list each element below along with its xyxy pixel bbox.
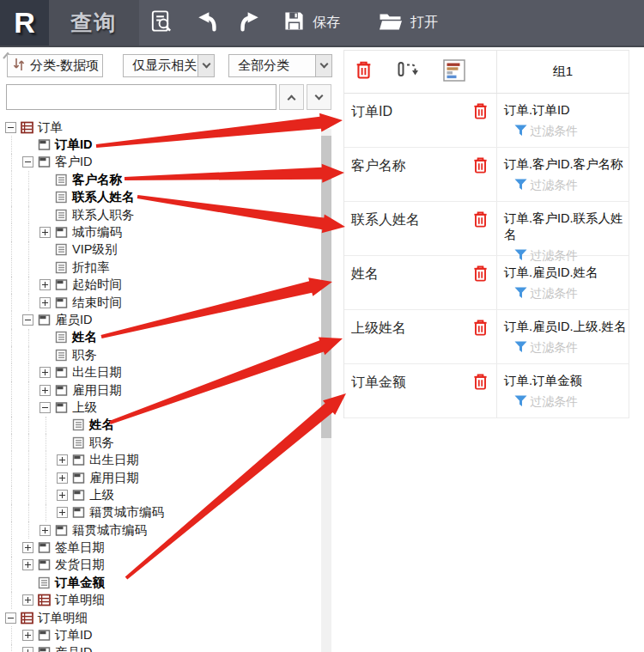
tree-expander[interactable] xyxy=(22,647,33,652)
delete-all-trash-icon[interactable] xyxy=(355,60,373,83)
tree-expander[interactable] xyxy=(57,454,68,466)
group-column-header[interactable]: 组1 xyxy=(496,51,629,93)
tree-item[interactable]: 订单明细 xyxy=(0,609,319,626)
tree-expander[interactable] xyxy=(39,297,51,308)
tree-item[interactable]: 职务 xyxy=(0,346,319,363)
tree-item[interactable]: 联系人姓名 xyxy=(0,189,319,206)
tree-item[interactable]: 出生日期 xyxy=(0,451,319,468)
tree-expander[interactable] xyxy=(22,559,33,570)
tree-item[interactable]: 订单ID xyxy=(0,136,319,153)
tree-item-label: 上级 xyxy=(72,399,97,416)
trash-icon[interactable] xyxy=(472,265,489,286)
tree-item[interactable]: 订单ID xyxy=(0,626,319,643)
tree-item[interactable]: 起始时间 xyxy=(0,277,319,294)
tree-item-label: 产品ID xyxy=(55,644,93,652)
tree-expander[interactable] xyxy=(39,367,51,378)
tree-expander[interactable] xyxy=(22,630,33,641)
trash-icon[interactable] xyxy=(472,373,489,394)
tree-item[interactable]: 雇用日期 xyxy=(0,381,319,399)
search-input[interactable] xyxy=(6,84,276,110)
tree-item[interactable]: 雇用日期 xyxy=(0,469,319,486)
relevance-dropdown[interactable]: 仅显示相关 xyxy=(123,54,215,77)
window-icon xyxy=(72,489,85,502)
tree-item[interactable]: 客户名称 xyxy=(0,171,319,188)
window-icon xyxy=(38,646,51,652)
scrollbar-thumb[interactable] xyxy=(321,136,331,438)
search-prev-button[interactable] xyxy=(279,84,304,110)
scrollbar-up-icon[interactable]: ▲ xyxy=(323,121,331,130)
tree-item[interactable]: 职务 xyxy=(0,434,319,451)
tree-item[interactable]: 籍贯城市编码 xyxy=(0,521,319,539)
tree-item[interactable]: 籍贯城市编码 xyxy=(0,504,319,521)
tree-expander[interactable] xyxy=(22,156,33,168)
vertical-scrollbar[interactable]: ▲ xyxy=(321,129,331,652)
chevron-down-icon[interactable] xyxy=(315,55,331,76)
tree-item[interactable]: 折扣率 xyxy=(0,259,319,276)
tree-expander[interactable] xyxy=(22,314,33,326)
tree-expander[interactable] xyxy=(39,227,51,238)
tree-expander[interactable] xyxy=(22,542,33,553)
tree-item[interactable]: 雇员ID xyxy=(0,311,319,328)
search-next-button[interactable] xyxy=(307,84,331,110)
filter-condition-link[interactable]: 过滤条件 xyxy=(514,178,627,193)
tree-expander[interactable] xyxy=(5,612,16,624)
filter-condition-link[interactable]: 过滤条件 xyxy=(514,286,627,302)
table-icon xyxy=(38,594,51,606)
tree-item[interactable]: 上级 xyxy=(0,486,319,503)
chevron-down-icon[interactable] xyxy=(197,55,214,76)
save-button[interactable]: 保存 xyxy=(283,0,340,46)
tree-expander[interactable] xyxy=(57,472,68,484)
tree-expander[interactable] xyxy=(39,279,51,290)
tree-expander[interactable] xyxy=(39,402,51,413)
tree-expander[interactable] xyxy=(5,122,16,133)
tree-item[interactable]: 联系人职务 xyxy=(0,206,319,223)
category-dropdown[interactable]: 全部分类 xyxy=(228,54,332,77)
tree-item[interactable]: 城市编码 xyxy=(0,223,319,241)
tree-guide-line xyxy=(11,504,28,521)
trash-icon[interactable] xyxy=(472,102,489,124)
find-in-document-button[interactable] xyxy=(149,0,173,46)
open-folder-icon xyxy=(379,11,403,35)
trash-icon[interactable] xyxy=(472,319,489,340)
funnel-icon xyxy=(514,125,527,139)
open-button[interactable]: 打开 xyxy=(379,0,438,46)
tree-item[interactable]: 订单金额 xyxy=(0,574,319,591)
window-icon xyxy=(55,278,68,291)
tree-item[interactable]: 出生日期 xyxy=(0,363,319,381)
filter-condition-link[interactable]: 过滤条件 xyxy=(514,340,627,356)
tree-guide-line xyxy=(11,381,28,399)
filter-condition-link[interactable]: 过滤条件 xyxy=(514,124,627,139)
list-icon xyxy=(55,191,68,204)
tree-expander[interactable] xyxy=(57,490,68,501)
chart-icon[interactable] xyxy=(443,59,465,85)
tree-item[interactable]: 结束时间 xyxy=(0,294,319,311)
undo-button[interactable] xyxy=(196,0,220,46)
tree-expander[interactable] xyxy=(57,507,68,518)
tree-item[interactable]: 订单明细 xyxy=(0,592,319,609)
sort-mode-button[interactable]: 分类-数据项 xyxy=(7,54,103,77)
redo-button[interactable] xyxy=(237,0,261,46)
tree-item[interactable]: 产品ID xyxy=(0,644,319,652)
filter-condition-link[interactable]: 过滤条件 xyxy=(514,394,627,410)
app-logo: R xyxy=(0,0,49,46)
tree-item-label: 订单明细 xyxy=(55,592,105,608)
reorder-icon[interactable] xyxy=(397,59,419,85)
tree-item[interactable]: VIP级别 xyxy=(0,241,319,259)
tree-item[interactable]: 签单日期 xyxy=(0,539,319,556)
tree-expander[interactable] xyxy=(39,385,51,396)
tree-expander[interactable] xyxy=(39,525,51,536)
tree-item-label: 签单日期 xyxy=(55,539,105,556)
trash-icon[interactable] xyxy=(472,156,489,178)
tree-item[interactable]: 客户ID xyxy=(0,154,319,171)
tree-item[interactable]: 发货日期 xyxy=(0,557,319,574)
tree-item[interactable]: 上级 xyxy=(0,399,319,416)
tab-query[interactable]: 查询 xyxy=(49,0,139,46)
trash-icon[interactable] xyxy=(472,210,489,232)
tree-item[interactable]: 姓名 xyxy=(0,417,319,434)
tree-item[interactable]: 姓名 xyxy=(0,329,319,346)
tree-guide-line xyxy=(11,189,28,206)
tree-item[interactable]: 订单 xyxy=(0,119,319,136)
tree-guide-line xyxy=(11,206,28,223)
field-path: 订单.客户ID.联系人姓名 xyxy=(504,210,627,243)
tree-expander[interactable] xyxy=(22,594,33,606)
